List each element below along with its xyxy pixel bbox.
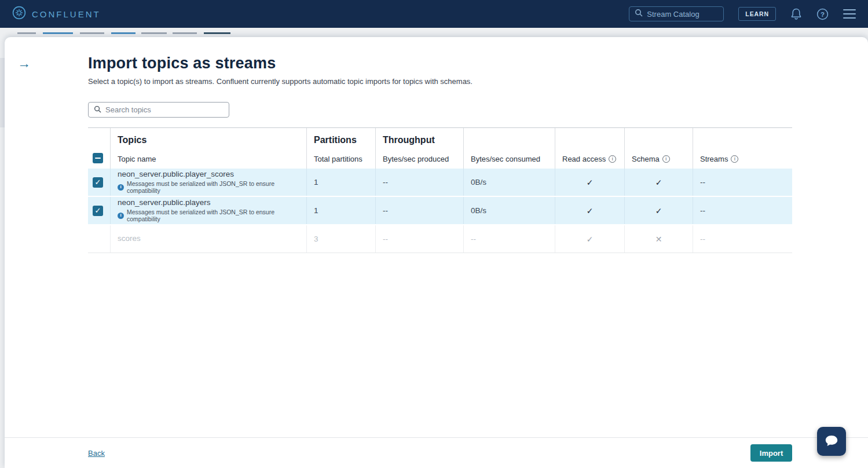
read-access-check-icon: ✓ (587, 206, 594, 215)
page-subtitle: Select a topic(s) to import as streams. … (88, 77, 792, 86)
column-header-bytes-consumed: Bytes/sec consumed (471, 155, 548, 163)
read-access-check-icon: ✓ (587, 235, 594, 244)
topic-note-text: Messages must be serialized with JSON_SR… (127, 180, 299, 194)
import-topics-panel: → Import topics as streams Select a topi… (5, 37, 868, 468)
top-navbar: CONFLUENT LEARN (0, 0, 868, 28)
back-link[interactable]: Back (88, 449, 105, 458)
search-icon (635, 9, 643, 19)
select-all-checkbox[interactable] (93, 153, 103, 163)
app-root: CONFLUENT LEARN (0, 0, 868, 468)
total-partitions-value: 3 (306, 225, 375, 253)
schema-check-icon: ✓ (655, 206, 662, 215)
column-group-partitions: Partitions (314, 135, 368, 148)
navbar-actions: LEARN ? (629, 6, 856, 21)
collapse-panel-arrow-button[interactable]: → (17, 57, 31, 70)
streams-value: -- (693, 197, 792, 224)
search-icon (94, 105, 101, 115)
streams-value: -- (693, 169, 792, 196)
bytes-consumed-value: -- (463, 225, 555, 253)
read-access-check-icon: ✓ (587, 178, 594, 187)
learn-button[interactable]: LEARN (738, 7, 776, 21)
speech-bubble-icon (824, 434, 839, 449)
column-header-bytes-produced: Bytes/sec produced (383, 155, 456, 163)
bytes-produced-value: -- (375, 197, 463, 224)
info-icon[interactable]: i (731, 155, 738, 163)
info-icon: i (118, 184, 124, 191)
column-group-throughput: Throughput (383, 135, 456, 148)
search-topics-box[interactable] (88, 102, 229, 118)
column-header-read-access: Read access i (562, 155, 617, 163)
stream-catalog-input[interactable] (647, 10, 718, 19)
row-checkbox[interactable] (93, 177, 103, 188)
bytes-consumed-value: 0B/s (463, 197, 555, 224)
confluent-spark-icon (12, 6, 26, 22)
page-title: Import topics as streams (88, 54, 792, 72)
column-header-streams: Streams i (700, 155, 785, 163)
brand-wordmark: CONFLUENT (32, 9, 101, 19)
bytes-consumed-value: 0B/s (463, 169, 555, 196)
topic-note: i Messages must be serialized with JSON_… (118, 180, 299, 194)
topics-table: Topics Topic name Partitions Total parti… (88, 127, 792, 253)
table-row: scores 3 -- -- ✓ ✕ -- (88, 225, 792, 253)
help-icon[interactable]: ? (816, 8, 829, 20)
chat-bubble-button[interactable] (817, 427, 846, 456)
row-checkbox[interactable] (93, 206, 103, 216)
total-partitions-value: 1 (306, 197, 375, 224)
topic-note: i Messages must be serialized with JSON_… (118, 209, 299, 222)
schema-check-icon: ✓ (655, 178, 662, 187)
bytes-produced-value: -- (375, 169, 463, 196)
table-header: Topics Topic name Partitions Total parti… (88, 127, 792, 169)
panel-content: Import topics as streams Select a topic(… (88, 54, 792, 253)
stream-catalog-search[interactable] (629, 6, 724, 21)
info-icon[interactable]: i (609, 155, 616, 163)
column-header-topic-name: Topic name (118, 155, 299, 163)
streams-value: -- (693, 225, 792, 253)
svg-text:?: ? (821, 10, 825, 17)
notifications-bell-icon[interactable] (790, 8, 802, 20)
topic-name: neon_server.public.player_scores (118, 170, 234, 179)
breadcrumb (17, 32, 249, 35)
topic-name: neon_server.public.players (118, 199, 211, 207)
table-row[interactable]: neon_server.public.players i Messages mu… (88, 197, 792, 225)
table-row[interactable]: neon_server.public.player_scores i Messa… (88, 169, 792, 197)
confluent-logo[interactable]: CONFLUENT (12, 6, 101, 22)
topic-name: scores (118, 235, 141, 243)
schema-x-icon: ✕ (655, 235, 662, 244)
total-partitions-value: 1 (306, 169, 375, 196)
hamburger-menu-icon[interactable] (843, 9, 856, 19)
search-topics-input[interactable] (105, 105, 224, 114)
import-button[interactable]: Import (750, 444, 792, 462)
panel-footer: Back Import (5, 437, 868, 468)
topic-note-text: Messages must be serialized with JSON_SR… (127, 209, 299, 222)
info-icon[interactable]: i (662, 155, 670, 163)
column-header-schema: Schema i (632, 155, 686, 163)
page-edge-decoration (0, 58, 5, 127)
info-icon: i (118, 213, 124, 219)
column-group-topics: Topics (118, 135, 299, 148)
bytes-produced-value: -- (375, 225, 463, 253)
column-header-total-partitions: Total partitions (314, 155, 368, 163)
